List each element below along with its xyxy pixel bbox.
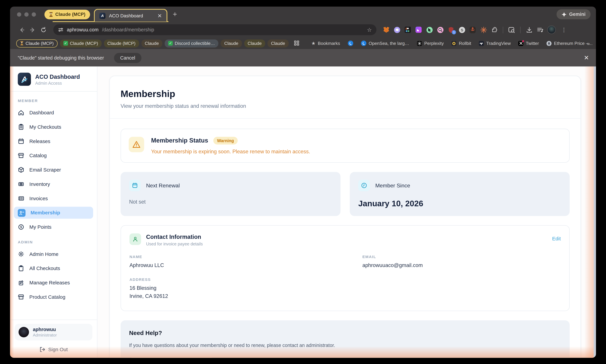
star-icon: ★	[311, 41, 316, 46]
debug-banner-close-icon[interactable]: ✕	[584, 54, 589, 62]
tab-groups-grid-icon[interactable]	[294, 40, 299, 46]
screen: Claude (MCP) A ACO Dashboard ✕ + Gemini	[0, 0, 606, 364]
tab-group-bookmark-2[interactable]: Claude (MCP)	[104, 39, 139, 47]
sidebar-item-releases[interactable]: Releases	[14, 135, 93, 147]
sidebar-item-manage-releases[interactable]: Manage Releases	[14, 277, 93, 289]
sidebar-item-all-checkouts[interactable]: All Checkouts	[14, 262, 93, 274]
member-since-card: Member Since January 10, 2026	[350, 172, 569, 216]
bookmark-star-icon[interactable]: ☆	[367, 27, 372, 33]
sidebar-item-catalog[interactable]: Catalog	[14, 150, 93, 162]
debug-cancel-button[interactable]: Cancel	[114, 53, 141, 63]
chip-label: Claude (MCP)	[26, 41, 54, 46]
phantom-icon[interactable]	[394, 26, 400, 33]
chip-label: Discord collectible…	[175, 41, 215, 46]
user-card[interactable]: aphrowuu Administrator	[15, 324, 92, 340]
brand-subtitle: Admin Access	[35, 81, 80, 85]
brand-header: A ACO Dashboard Admin Access	[10, 66, 97, 91]
tab-group-bookmark-7[interactable]: Claude	[268, 39, 289, 47]
bookmark-opensea-icon-only[interactable]	[348, 41, 353, 46]
bookmark-perplexity[interactable]: Perplexity	[417, 41, 444, 46]
sidebar-item-admin-home[interactable]: Admin Home	[14, 248, 93, 260]
close-window-button[interactable]	[17, 12, 21, 16]
tab-group-bookmark-6[interactable]: Claude	[244, 39, 265, 47]
next-renewal-card: Next Renewal Not set	[121, 172, 341, 216]
bookmark-twitter[interactable]: Twitter	[518, 41, 539, 46]
page-scrollbar[interactable]	[594, 66, 596, 358]
new-tab-button[interactable]: +	[173, 10, 177, 19]
shield-extension-icon[interactable]: 1	[448, 26, 454, 33]
zoom-window-button[interactable]	[32, 12, 36, 16]
extensions-puzzle-icon[interactable]	[491, 26, 498, 33]
bookmark-opensea[interactable]: OpenSea, the larg…	[361, 41, 409, 46]
next-renewal-value: Not set	[129, 199, 332, 205]
sidebar-item-dashboard[interactable]: Dashboard	[14, 107, 93, 118]
debug-banner: "Claude" started debugging this browser …	[10, 49, 596, 66]
summary-cards-row: Next Renewal Not set Member Since	[121, 172, 570, 216]
next-renewal-title: Next Renewal	[146, 182, 180, 189]
metamask-icon[interactable]	[383, 26, 390, 33]
hourglass-icon	[20, 41, 24, 46]
sidebar-item-invoices[interactable]: Invoices	[14, 193, 93, 204]
page-subtitle: View your membership status and renewal …	[121, 103, 570, 109]
tab-group-label: Claude (MCP)	[55, 12, 86, 17]
calendar-icon-square	[129, 180, 141, 191]
tab-title: ACO Dashboard	[109, 13, 154, 18]
sidebar-item-label: My Checkouts	[29, 124, 61, 130]
tab-group-chip[interactable]: Claude (MCP)	[44, 10, 90, 19]
back-button[interactable]	[17, 25, 26, 34]
magnifier-extension-icon[interactable]	[437, 26, 444, 33]
bookmarks-overflow-chevron[interactable]: »	[587, 40, 590, 46]
sidebar-item-inventory[interactable]: Inventory	[14, 178, 93, 190]
anchor-extension-icon[interactable]	[469, 26, 476, 33]
bookmark-ethereum-price[interactable]: Ethereum Price –…	[547, 41, 593, 46]
membership-page-card: Membership View your membership status a…	[109, 76, 581, 358]
user-avatar	[19, 327, 29, 337]
tab-group-bookmark-1[interactable]: ✓ Claude (MCP)	[60, 39, 102, 47]
url-path: /dashboard/membership	[102, 27, 154, 32]
tab-aco-dashboard[interactable]: A ACO Dashboard ✕	[94, 9, 167, 22]
clipboard-icon	[18, 265, 24, 272]
gemini-button[interactable]: Gemini	[556, 9, 591, 19]
member-since-title: Member Since	[375, 182, 410, 189]
search-tabs-icon[interactable]	[508, 26, 515, 33]
bookmark-tradingview[interactable]: TradingView	[479, 41, 511, 46]
tab-group-bookmark-4[interactable]: ✓ Discord collectible…	[165, 39, 218, 47]
section-label-member: MEMBER	[18, 99, 89, 103]
reload-button[interactable]	[39, 25, 48, 34]
sidebar-item-my-points[interactable]: $ My Points	[14, 221, 93, 233]
tab-group-bookmark-0[interactable]: Claude (MCP)	[16, 39, 57, 47]
download-icon[interactable]	[526, 26, 533, 33]
tune-icon[interactable]	[58, 27, 64, 32]
tab-close-icon[interactable]: ✕	[158, 13, 162, 19]
s-circle-extension-icon[interactable]: S	[458, 26, 465, 33]
forward-button[interactable]	[28, 25, 37, 34]
address-line1: 16 Blessing	[129, 284, 362, 292]
minimize-window-button[interactable]	[24, 12, 28, 16]
tab-group-bookmark-3[interactable]: Claude	[141, 39, 162, 47]
bookmark-rollbit[interactable]: Rollbit	[451, 41, 471, 46]
gemini-spark-icon	[561, 12, 566, 17]
sidebar-item-product-catalog[interactable]: Product Catalog	[14, 291, 93, 303]
html-to-design-icon[interactable]	[404, 26, 411, 33]
sign-out-button[interactable]: Sign Out	[15, 347, 92, 352]
sidebar-item-label: Manage Releases	[29, 280, 70, 286]
sidebar-item-membership[interactable]: Membership	[14, 207, 93, 219]
chip-label: Claude	[224, 41, 238, 46]
profile-avatar[interactable]	[547, 26, 556, 34]
edit-contact-link[interactable]: Edit	[552, 236, 561, 241]
sidebar-item-label: All Checkouts	[29, 265, 60, 271]
purple-app-icon[interactable]	[415, 26, 422, 33]
address-bar[interactable]: aphrowuu.com/dashboard/membership ☆	[53, 24, 376, 35]
sidebar-item-my-checkouts[interactable]: My Checkouts	[14, 121, 93, 133]
sidebar-item-email-scraper[interactable]: Email Scraper	[14, 164, 93, 176]
bookmarks-folder[interactable]: ★ Bookmarks	[311, 41, 340, 46]
browser-menu-icon[interactable]: ⋮	[561, 27, 566, 33]
address-line2: Irvine, CA 92612	[129, 292, 362, 300]
tab-group-bookmark-5[interactable]: Claude	[221, 39, 242, 47]
cursor-extension-icon[interactable]	[426, 26, 433, 33]
user-role: Administrator	[33, 333, 57, 337]
starburst-extension-icon[interactable]	[480, 26, 487, 33]
contact-information-card: Contact Information Used for invoice pay…	[121, 225, 570, 311]
playlist-icon[interactable]	[537, 26, 543, 33]
twitter-x-icon	[518, 41, 524, 46]
